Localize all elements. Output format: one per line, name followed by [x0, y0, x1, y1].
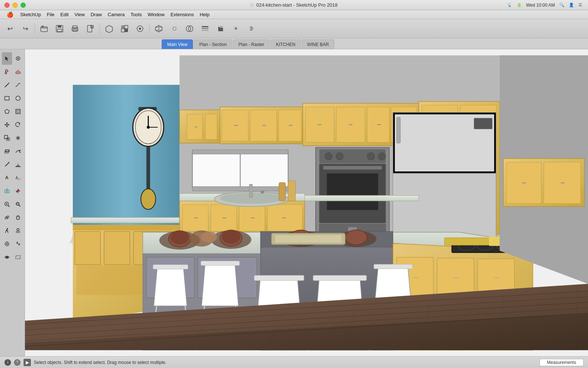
select-tool[interactable] — [2, 52, 12, 65]
tab-wine-bar[interactable]: WINE BAR — [302, 39, 334, 49]
svg-rect-31 — [4, 135, 8, 139]
scene-icon[interactable]: ▶ — [24, 359, 31, 366]
svg-rect-14 — [125, 29, 128, 32]
title-text: 024-kitchen-start - SketchUp Pro 2018 — [256, 2, 337, 8]
tab-plan-section[interactable]: Plan - Section — [194, 39, 232, 49]
protractor-tool[interactable] — [13, 158, 23, 171]
svg-rect-158 — [397, 117, 400, 143]
svg-rect-146 — [327, 173, 378, 210]
materials-button[interactable] — [118, 22, 132, 36]
new-button[interactable] — [83, 22, 97, 36]
maximize-button[interactable] — [21, 3, 26, 8]
svg-rect-24 — [16, 72, 20, 74]
info-icon[interactable]: i — [4, 359, 11, 366]
viewport[interactable] — [25, 49, 588, 356]
flip-tool[interactable] — [13, 132, 23, 144]
menu-window[interactable]: Window — [145, 10, 168, 19]
freehand-tool[interactable] — [13, 79, 23, 91]
svg-rect-19 — [202, 26, 208, 27]
svg-rect-21 — [202, 30, 208, 31]
layers-button[interactable] — [198, 22, 212, 36]
menu-draw[interactable]: Draw — [88, 10, 105, 19]
component-select-tool[interactable] — [13, 52, 23, 65]
svg-point-61 — [16, 242, 18, 244]
svg-rect-140 — [193, 151, 240, 187]
components-button[interactable] — [102, 22, 116, 36]
polygon-tool[interactable] — [2, 105, 12, 118]
view-mode-tool[interactable] — [2, 251, 12, 263]
push-pull-tool[interactable] — [2, 145, 12, 158]
undo-button[interactable]: ↩ — [3, 22, 17, 36]
eraser-tool[interactable] — [13, 66, 23, 78]
menu-tools[interactable]: Tools — [128, 10, 144, 19]
redo-button[interactable]: ↪ — [18, 22, 32, 36]
view-tabs: Main View Plan - Section Plan - Raster K… — [0, 38, 588, 49]
menu-extensions[interactable]: Extensions — [168, 10, 197, 19]
menu-help[interactable]: Help — [197, 10, 212, 19]
svg-rect-216 — [201, 261, 240, 265]
svg-point-168 — [261, 191, 264, 194]
follow-me-tool[interactable] — [13, 145, 23, 158]
look-around-tool[interactable] — [2, 238, 12, 250]
print-button[interactable] — [68, 22, 82, 36]
zoom-extents-tool[interactable] — [13, 198, 23, 210]
minimize-button[interactable] — [12, 3, 18, 8]
tape-measure-tool[interactable] — [2, 158, 12, 171]
main-area: A A3D — [0, 49, 588, 356]
position-camera-tool[interactable] — [13, 224, 23, 237]
offset-tool[interactable] — [13, 105, 23, 118]
svg-rect-13 — [121, 29, 125, 32]
svg-rect-3 — [58, 25, 61, 28]
separator — [149, 24, 150, 34]
menu-file[interactable]: File — [44, 10, 57, 19]
svg-rect-97 — [104, 231, 130, 265]
svg-rect-26 — [5, 96, 9, 100]
3d-scene — [25, 49, 588, 356]
open-button[interactable] — [37, 22, 51, 36]
solid-tools-button[interactable] — [183, 22, 197, 36]
statusbar-left: i ? ▶ Select objects. Shift to extend se… — [4, 359, 166, 366]
menu-view[interactable]: View — [72, 10, 88, 19]
svg-rect-169 — [279, 183, 286, 201]
styles-button[interactable] — [133, 22, 147, 36]
titlebar-right: 📡 🔋 Wed 10:00 AM 🔍 👤 ☰ — [507, 3, 582, 8]
footprint-tool[interactable] — [13, 238, 23, 250]
axes-tool[interactable] — [13, 185, 23, 197]
hidden-line-tool[interactable] — [13, 251, 23, 263]
svg-rect-167 — [250, 184, 252, 197]
3d-text-tool[interactable]: A3D — [13, 171, 23, 184]
rectangle-tool[interactable] — [2, 92, 12, 105]
svg-point-202 — [345, 230, 367, 245]
fog-button[interactable]: 🌫 — [244, 22, 258, 36]
question-icon[interactable]: ? — [14, 359, 21, 366]
svg-rect-141 — [240, 151, 288, 187]
close-button[interactable] — [4, 3, 10, 8]
move-tool[interactable] — [2, 118, 12, 131]
circle-tool[interactable] — [13, 92, 23, 105]
orbit-tool[interactable] — [2, 211, 12, 224]
scenes-button[interactable]: 🎬 — [214, 22, 227, 36]
3d-warehouse-button[interactable] — [152, 22, 166, 36]
menu-camera[interactable]: Camera — [105, 10, 128, 19]
text-tool[interactable]: A — [2, 171, 12, 184]
rotate-tool[interactable] — [13, 118, 23, 131]
section-plane-tool[interactable] — [2, 185, 12, 197]
paint-bucket-tool[interactable] — [2, 66, 12, 78]
tab-plan-raster[interactable]: Plan - Raster — [233, 39, 270, 49]
extension-button[interactable]: ⬡ — [167, 22, 181, 36]
walk-tool[interactable] — [2, 224, 12, 237]
scale-tool[interactable] — [2, 132, 12, 144]
apple-menu[interactable]: 🍎 — [3, 10, 17, 19]
line-tool[interactable] — [2, 79, 12, 91]
tab-kitchen[interactable]: KITCHEN — [270, 39, 301, 49]
zoom-tool[interactable] — [2, 198, 12, 210]
menu-sketchup[interactable]: SketchUp — [17, 10, 44, 19]
save-button[interactable] — [53, 22, 67, 36]
clock: Wed 10:00 AM — [526, 3, 555, 8]
svg-rect-221 — [254, 275, 304, 280]
measurements-display[interactable]: Measurements — [539, 359, 584, 366]
shadows-button[interactable]: ☀ — [229, 22, 243, 36]
pan-tool[interactable] — [13, 211, 23, 224]
menu-edit[interactable]: Edit — [57, 10, 71, 19]
tab-main-view[interactable]: Main View — [162, 39, 193, 49]
